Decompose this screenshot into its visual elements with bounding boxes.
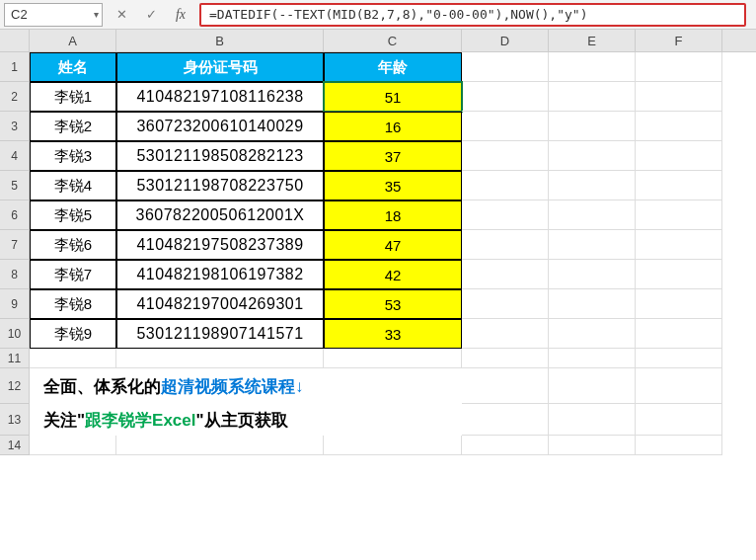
id-cell[interactable]: 530121198708223750 (116, 171, 324, 200)
cell-F9[interactable] (636, 289, 722, 319)
name-cell[interactable]: 李锐2 (30, 112, 116, 141)
row-header-8[interactable]: 8 (0, 260, 30, 289)
cell-A12[interactable]: 全面、体系化的超清视频系统课程↓ (30, 368, 116, 404)
cell-A14[interactable] (30, 436, 116, 455)
age-cell[interactable]: 33 (324, 319, 462, 349)
header-id[interactable]: 身份证号码 (116, 52, 324, 82)
cell-E9[interactable] (549, 289, 636, 319)
cell-E14[interactable] (549, 436, 636, 455)
cell-F13[interactable] (636, 404, 722, 436)
col-header-E[interactable]: E (549, 30, 636, 51)
cell-D13[interactable] (462, 404, 549, 436)
cell-A13[interactable]: 关注"跟李锐学Excel"从主页获取 (30, 404, 116, 436)
row-header-3[interactable]: 3 (0, 112, 30, 141)
age-cell[interactable]: 51 (324, 82, 462, 112)
cell-E7[interactable] (549, 230, 636, 260)
id-cell[interactable]: 530121198508282123 (116, 141, 324, 171)
name-cell[interactable]: 李锐8 (30, 289, 116, 319)
cell-D9[interactable] (462, 289, 549, 319)
cell-E3[interactable] (549, 112, 636, 141)
cell-E2[interactable] (549, 82, 636, 112)
cell-D14[interactable] (462, 436, 549, 455)
select-all-corner[interactable] (0, 30, 30, 51)
age-cell[interactable]: 53 (324, 289, 462, 319)
cell-E4[interactable] (549, 141, 636, 171)
row-header-13[interactable]: 13 (0, 404, 30, 436)
formula-input[interactable]: =DATEDIF(--TEXT(MID(B2,7,8),"0-00-00"),N… (199, 3, 746, 27)
cell-F11[interactable] (636, 349, 722, 368)
name-cell[interactable]: 李锐4 (30, 171, 116, 200)
cell-F4[interactable] (636, 141, 722, 171)
cell-D7[interactable] (462, 230, 549, 260)
cell-C11[interactable] (324, 349, 462, 368)
row-header-12[interactable]: 12 (0, 368, 30, 404)
name-cell[interactable]: 李锐5 (30, 200, 116, 230)
cell-F12[interactable] (636, 368, 722, 404)
col-header-B[interactable]: B (116, 30, 324, 51)
cell-D1[interactable] (462, 52, 549, 82)
cell-D4[interactable] (462, 141, 549, 171)
row-header-5[interactable]: 5 (0, 171, 30, 200)
cell-E11[interactable] (549, 349, 636, 368)
cell-E12[interactable] (549, 368, 636, 404)
cell-D11[interactable] (462, 349, 549, 368)
col-header-D[interactable]: D (462, 30, 549, 51)
cell-F3[interactable] (636, 112, 722, 141)
id-cell[interactable]: 410482197004269301 (116, 289, 324, 319)
row-header-14[interactable]: 14 (0, 436, 30, 455)
row-header-9[interactable]: 9 (0, 289, 30, 319)
name-cell[interactable]: 李锐6 (30, 230, 116, 260)
cell-D6[interactable] (462, 200, 549, 230)
cell-C13[interactable] (324, 404, 462, 436)
cell-D10[interactable] (462, 319, 549, 349)
id-cell[interactable]: 410482197508237389 (116, 230, 324, 260)
row-header-1[interactable]: 1 (0, 52, 30, 82)
id-cell[interactable]: 410482197108116238 (116, 82, 324, 112)
cancel-icon[interactable]: ✕ (111, 4, 132, 26)
age-cell[interactable]: 47 (324, 230, 462, 260)
row-header-11[interactable]: 11 (0, 349, 30, 368)
header-age[interactable]: 年龄 (324, 52, 462, 82)
cell-A11[interactable] (30, 349, 116, 368)
fx-icon[interactable]: fx (170, 4, 191, 26)
cell-D3[interactable] (462, 112, 549, 141)
cell-B14[interactable] (116, 436, 324, 455)
cell-D8[interactable] (462, 260, 549, 289)
row-header-4[interactable]: 4 (0, 141, 30, 171)
row-header-10[interactable]: 10 (0, 319, 30, 349)
cell-F2[interactable] (636, 82, 722, 112)
cell-E13[interactable] (549, 404, 636, 436)
cell-C12[interactable] (324, 368, 462, 404)
cell-F5[interactable] (636, 171, 722, 200)
age-cell[interactable]: 16 (324, 112, 462, 141)
header-name[interactable]: 姓名 (30, 52, 116, 82)
name-box[interactable]: C2 ▾ (4, 3, 103, 27)
cell-B11[interactable] (116, 349, 324, 368)
age-cell[interactable]: 37 (324, 141, 462, 171)
id-cell[interactable]: 360723200610140029 (116, 112, 324, 141)
name-cell[interactable]: 李锐7 (30, 260, 116, 289)
cell-E5[interactable] (549, 171, 636, 200)
name-cell[interactable]: 李锐1 (30, 82, 116, 112)
id-cell[interactable]: 36078220050612001X (116, 200, 324, 230)
col-header-A[interactable]: A (30, 30, 116, 51)
cell-D12[interactable] (462, 368, 549, 404)
age-cell[interactable]: 18 (324, 200, 462, 230)
age-cell[interactable]: 35 (324, 171, 462, 200)
cell-E1[interactable] (549, 52, 636, 82)
cell-F1[interactable] (636, 52, 722, 82)
cell-F10[interactable] (636, 319, 722, 349)
cell-E8[interactable] (549, 260, 636, 289)
name-cell[interactable]: 李锐9 (30, 319, 116, 349)
cell-E10[interactable] (549, 319, 636, 349)
enter-icon[interactable]: ✓ (140, 4, 162, 26)
cell-F8[interactable] (636, 260, 722, 289)
cell-F6[interactable] (636, 200, 722, 230)
cell-D2[interactable] (462, 82, 549, 112)
id-cell[interactable]: 530121198907141571 (116, 319, 324, 349)
col-header-F[interactable]: F (636, 30, 722, 51)
cell-E6[interactable] (549, 200, 636, 230)
age-cell[interactable]: 42 (324, 260, 462, 289)
name-box-dropdown-icon[interactable]: ▾ (94, 9, 99, 20)
row-header-7[interactable]: 7 (0, 230, 30, 260)
